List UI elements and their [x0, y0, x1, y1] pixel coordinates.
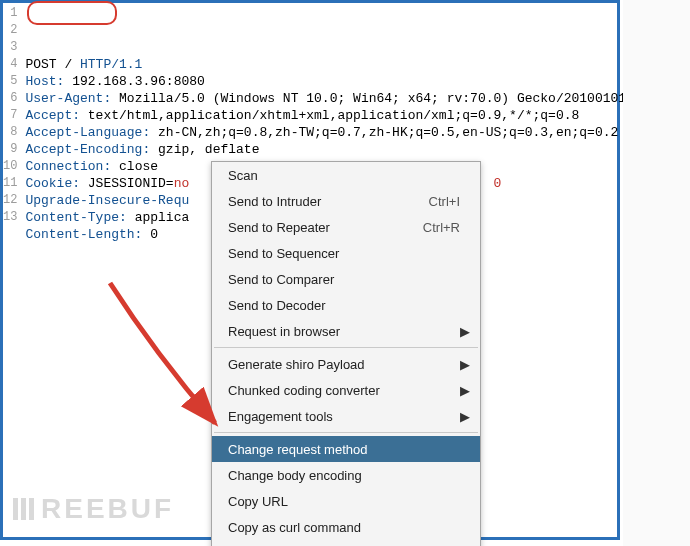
menu-item-copy-to-file[interactable]: Copy to file	[212, 540, 480, 546]
menu-item-label: Change request method	[228, 442, 460, 457]
menu-item-scan[interactable]: Scan	[212, 162, 480, 188]
line-number: 10	[3, 158, 17, 175]
menu-shortcut: Ctrl+I	[429, 194, 460, 209]
code-line: Accept: text/html,application/xhtml+xml,…	[25, 107, 690, 124]
line-number: 2	[3, 22, 17, 39]
line-number: 12	[3, 192, 17, 209]
menu-item-generate-shiro-payload[interactable]: Generate shiro Payload▶	[212, 351, 480, 377]
line-number: 4	[3, 56, 17, 73]
menu-item-label: Change body encoding	[228, 468, 460, 483]
menu-separator	[214, 347, 478, 348]
menu-item-send-to-comparer[interactable]: Send to Comparer	[212, 266, 480, 292]
menu-item-label: Chunked coding converter	[228, 383, 460, 398]
menu-item-label: Engagement tools	[228, 409, 460, 424]
menu-item-send-to-intruder[interactable]: Send to IntruderCtrl+I	[212, 188, 480, 214]
line-number: 11	[3, 175, 17, 192]
menu-shortcut: Ctrl+R	[423, 220, 460, 235]
code-line: Host: 192.168.3.96:8080	[25, 73, 690, 90]
menu-item-chunked-coding-converter[interactable]: Chunked coding converter▶	[212, 377, 480, 403]
code-line: Accept-Language: zh-CN,zh;q=0.8,zh-TW;q=…	[25, 124, 690, 141]
menu-item-copy-as-curl-command[interactable]: Copy as curl command	[212, 514, 480, 540]
current-line-highlight	[21, 4, 690, 21]
menu-item-label: Request in browser	[228, 324, 460, 339]
submenu-arrow-icon: ▶	[460, 324, 470, 339]
menu-item-label: Generate shiro Payload	[228, 357, 460, 372]
menu-item-label: Copy URL	[228, 494, 460, 509]
menu-item-engagement-tools[interactable]: Engagement tools▶	[212, 403, 480, 429]
menu-item-label: Copy as curl command	[228, 520, 460, 535]
line-number: 13	[3, 209, 17, 226]
menu-item-label: Send to Sequencer	[228, 246, 460, 261]
code-line: POST / HTTP/1.1	[25, 56, 690, 73]
menu-item-label: Send to Decoder	[228, 298, 460, 313]
line-number: 9	[3, 141, 17, 158]
line-number: 7	[3, 107, 17, 124]
menu-item-change-body-encoding[interactable]: Change body encoding	[212, 462, 480, 488]
menu-item-label: Send to Comparer	[228, 272, 460, 287]
menu-item-send-to-repeater[interactable]: Send to RepeaterCtrl+R	[212, 214, 480, 240]
menu-item-change-request-method[interactable]: Change request method	[212, 436, 480, 462]
submenu-arrow-icon: ▶	[460, 409, 470, 424]
code-line: Accept-Encoding: gzip, deflate	[25, 141, 690, 158]
line-number: 5	[3, 73, 17, 90]
menu-item-label: Send to Repeater	[228, 220, 415, 235]
submenu-arrow-icon: ▶	[460, 357, 470, 372]
menu-item-send-to-sequencer[interactable]: Send to Sequencer	[212, 240, 480, 266]
line-number: 3	[3, 39, 17, 56]
menu-item-request-in-browser[interactable]: Request in browser▶	[212, 318, 480, 344]
context-menu[interactable]: ScanSend to IntruderCtrl+ISend to Repeat…	[211, 161, 481, 546]
line-number: 1	[3, 5, 17, 22]
menu-item-label: Send to Intruder	[228, 194, 421, 209]
line-number: 8	[3, 124, 17, 141]
menu-item-label: Scan	[228, 168, 460, 183]
line-number-gutter: 12345678910111213	[3, 3, 21, 537]
menu-item-send-to-decoder[interactable]: Send to Decoder	[212, 292, 480, 318]
right-margin	[623, 0, 690, 546]
editor-frame: 12345678910111213 POST / HTTP/1.1Host: 1…	[0, 0, 620, 540]
submenu-arrow-icon: ▶	[460, 383, 470, 398]
watermark: REEBUF	[13, 493, 174, 527]
code-line: User-Agent: Mozilla/5.0 (Windows NT 10.0…	[25, 90, 690, 107]
menu-separator	[214, 432, 478, 433]
line-number: 6	[3, 90, 17, 107]
menu-item-copy-url[interactable]: Copy URL	[212, 488, 480, 514]
